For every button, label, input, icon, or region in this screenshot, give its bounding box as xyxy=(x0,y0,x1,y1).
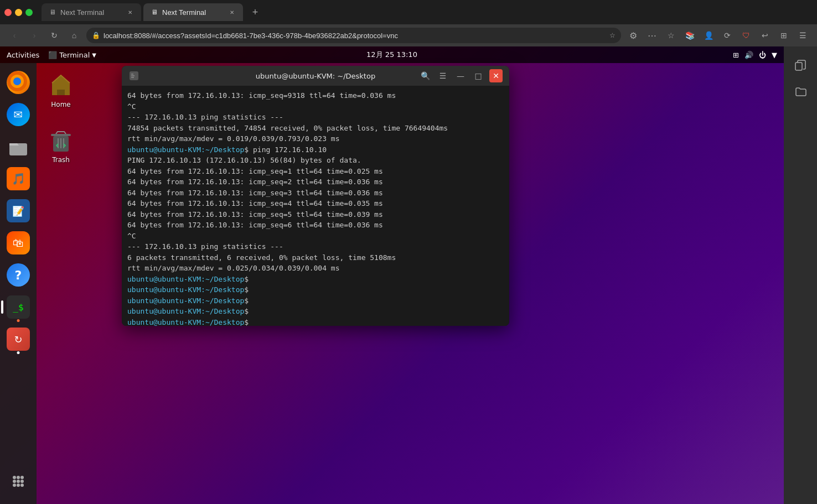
tab-2-label: Next Terminal xyxy=(162,8,206,17)
folder-icon-button[interactable] xyxy=(790,82,810,102)
term-line-5: rtt min/avg/max/mdev = 0.019/0.039/0.793… xyxy=(127,133,504,144)
terminal-menu[interactable]: ⬛ Terminal ▼ xyxy=(48,51,96,59)
vnc-container: Activities ⬛ Terminal ▼ 12月 25 13:10 ⊞ 🔊… xyxy=(0,46,784,504)
help-icon: ? xyxy=(7,263,30,287)
forward-button[interactable]: › xyxy=(27,28,42,43)
rhythmbox-icon: 🎵 xyxy=(7,167,30,190)
tab-1-label: Next Terminal xyxy=(60,8,104,17)
svg-point-7 xyxy=(20,476,24,479)
new-tab-button[interactable]: + xyxy=(247,4,263,20)
close-button[interactable] xyxy=(4,9,12,16)
terminal-titlebar-right: 🔍 ☰ — □ ✕ xyxy=(418,69,503,82)
term-line-prompt2: ubuntu@ubuntu-KVM:~/Desktop$ xyxy=(127,274,504,285)
tab-2-icon: 🖥 xyxy=(150,8,159,17)
more-button[interactable]: ⋯ xyxy=(644,28,660,43)
dock-item-thunderbird[interactable]: ✉ xyxy=(4,101,32,128)
desktop-icon-trash[interactable]: Trash xyxy=(44,124,77,167)
dock-item-rhythmbox[interactable]: 🎵 xyxy=(4,165,32,193)
term-line-4: 74854 packets transmitted, 74854 receive… xyxy=(127,123,504,134)
dock-item-updates[interactable]: ↻ xyxy=(4,325,32,353)
dock-item-help[interactable]: ? xyxy=(4,261,32,289)
dock-item-terminal[interactable]: _$ xyxy=(4,293,32,321)
history-button[interactable]: 📚 xyxy=(682,28,697,43)
dock-item-files[interactable] xyxy=(4,133,32,160)
terminal-search-btn[interactable]: 🔍 xyxy=(418,69,432,82)
desktop-icon-home[interactable]: Home xyxy=(44,69,77,112)
dock-item-libreoffice[interactable]: 📝 xyxy=(4,197,32,225)
topbar-left: Activities ⬛ Terminal ▼ xyxy=(7,51,96,59)
svg-point-12 xyxy=(17,484,20,487)
bookmark-button[interactable]: ☆ xyxy=(663,28,679,43)
terminal-search-icon[interactable] xyxy=(128,70,139,81)
ubuntu-dock: ✉ 🎵 📝 xyxy=(0,63,37,504)
terminal-icon: _$ xyxy=(7,295,30,319)
tab-1-close[interactable]: ✕ xyxy=(126,8,135,17)
term-line-7: 64 bytes from 172.16.10.13: icmp_seq=1 t… xyxy=(127,166,504,177)
updates-icon: ↻ xyxy=(7,328,30,351)
reload-button[interactable]: ↻ xyxy=(46,28,62,43)
sync-button[interactable]: ⟳ xyxy=(720,28,735,43)
tab-1[interactable]: 🖥 Next Terminal ✕ xyxy=(42,3,141,21)
account-icon[interactable]: 👤 xyxy=(701,28,716,43)
term-line-prompt5: ubuntu@ubuntu-KVM:~/Desktop$ xyxy=(127,306,504,317)
terminal-content[interactable]: 64 bytes from 172.16.10.13: icmp_seq=931… xyxy=(122,86,509,326)
minimize-button[interactable] xyxy=(15,9,22,16)
terminal-menu-icon: ⬛ xyxy=(48,51,57,59)
power-icon[interactable]: ⏻ xyxy=(759,51,766,59)
term-line-ctrl-c2: ^C xyxy=(127,231,504,242)
address-bar[interactable]: 🔒 localhost:8088/#/access?assetsId=c1db6… xyxy=(86,28,621,43)
term-line-2: ^C xyxy=(127,101,504,112)
terminal-title: ubuntu@ubuntu-KVM: ~/Desktop xyxy=(256,72,375,80)
term-line-11: 64 bytes from 172.16.10.13: icmp_seq=5 t… xyxy=(127,209,504,220)
term-line-6: PING 172.16.10.13 (172.16.10.13) 56(84) … xyxy=(127,155,504,166)
files-icon xyxy=(7,135,30,158)
svg-point-5 xyxy=(13,476,16,479)
terminal-window: ubuntu@ubuntu-KVM: ~/Desktop 🔍 ☰ — □ ✕ 6… xyxy=(122,66,509,326)
tab-2-close[interactable]: ✕ xyxy=(227,8,236,17)
terminal-close-btn[interactable]: ✕ xyxy=(489,69,503,82)
ubuntu-desktop: Activities ⬛ Terminal ▼ 12月 25 13:10 ⊞ 🔊… xyxy=(0,46,784,504)
address-text: localhost:8088/#/access?assetsId=c1db668… xyxy=(104,32,606,40)
dock-item-appstore[interactable]: 🛍 xyxy=(4,229,32,257)
trash-img xyxy=(48,127,74,154)
topbar-arrow[interactable]: ▼ xyxy=(772,51,777,59)
extensions-button[interactable]: ⚙ xyxy=(625,28,641,43)
term-line-14: 6 packets transmitted, 6 received, 0% pa… xyxy=(127,252,504,263)
topbar-datetime[interactable]: 12月 25 13:10 xyxy=(366,50,417,60)
dock-item-firefox[interactable] xyxy=(4,69,32,96)
thunderbird-icon: ✉ xyxy=(7,103,30,126)
terminal-menu-btn[interactable]: ☰ xyxy=(436,69,449,82)
copy-icon-button[interactable] xyxy=(790,55,810,75)
libreoffice-icon: 📝 xyxy=(7,199,30,222)
window-controls xyxy=(4,9,33,16)
svg-point-6 xyxy=(17,476,20,479)
menu-button[interactable]: ☰ xyxy=(795,28,810,43)
volume-icon[interactable]: 🔊 xyxy=(744,51,753,59)
maximize-button[interactable] xyxy=(25,9,33,16)
topbar-right: ⊞ 🔊 ⏻ ▼ xyxy=(733,51,777,59)
container-icon[interactable]: ⊞ xyxy=(776,28,792,43)
activities-button[interactable]: Activities xyxy=(7,51,39,59)
terminal-menu-label: Terminal xyxy=(59,51,90,59)
terminal-menu-arrow: ▼ xyxy=(92,52,96,58)
tab-2[interactable]: 🖥 Next Terminal ✕ xyxy=(143,3,243,21)
term-line-12: 64 bytes from 172.16.10.13: icmp_seq=6 t… xyxy=(127,220,504,231)
svg-rect-15 xyxy=(51,134,71,136)
browser-chrome: 🖥 Next Terminal ✕ 🖥 Next Terminal ✕ + ‹ … xyxy=(0,0,817,47)
svg-point-10 xyxy=(20,480,24,483)
firefox-icon xyxy=(7,71,30,94)
back-button[interactable]: ‹ xyxy=(7,28,22,43)
terminal-minimize-btn[interactable]: — xyxy=(454,69,467,82)
terminal-running-indicator xyxy=(17,319,20,322)
svg-point-9 xyxy=(17,480,20,483)
network-icon[interactable]: ⊞ xyxy=(733,51,739,59)
star-icon: ☆ xyxy=(609,32,616,39)
toolbar: ‹ › ↻ ⌂ 🔒 localhost:8088/#/access?assets… xyxy=(0,24,817,46)
undo-button[interactable]: ↩ xyxy=(757,28,773,43)
svg-point-3 xyxy=(13,77,21,85)
home-button[interactable]: ⌂ xyxy=(66,28,82,43)
shield-button[interactable]: 🛡 xyxy=(738,28,754,43)
dock-item-grid[interactable] xyxy=(4,467,32,495)
appstore-icon: 🛍 xyxy=(7,231,30,254)
terminal-maximize-btn[interactable]: □ xyxy=(472,69,485,82)
